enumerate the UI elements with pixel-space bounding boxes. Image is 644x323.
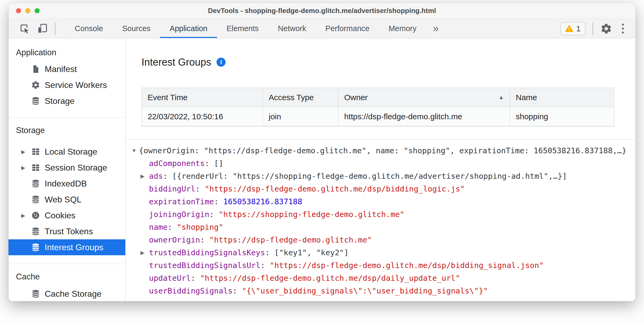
sidebar-item-cache-storage[interactable]: Cache Storage xyxy=(9,286,125,301)
property-key: userBiddingSignals xyxy=(149,286,232,295)
json-tree: ▼{ownerOrigin: "https://dsp-fledge-demo.… xyxy=(126,139,635,301)
property-value: "shopping" xyxy=(177,223,223,232)
database-icon xyxy=(31,243,40,252)
sidebar-item-label: Interest Groups xyxy=(45,243,103,252)
sidebar-item-label: Service Workers xyxy=(45,80,107,90)
gear-icon xyxy=(31,80,40,90)
property-value: [] xyxy=(214,159,223,168)
column-header-owner[interactable]: Owner ▲ xyxy=(338,88,510,107)
tab-memory[interactable]: Memory xyxy=(379,19,426,38)
devtools-window: DevTools - shopping-fledge-demo.glitch.m… xyxy=(9,3,635,301)
issues-badge[interactable]: 1 xyxy=(560,22,585,35)
sidebar-item-label: Cache Storage xyxy=(45,289,101,299)
sidebar-item-label: Local Storage xyxy=(45,147,97,157)
property-key: trustedBiddingSignalsKeys xyxy=(149,248,265,257)
expand-triangle-icon[interactable]: ▶ xyxy=(21,212,31,219)
tree-row[interactable]: trustedBiddingSignalsUrl: "https://dsp-f… xyxy=(126,259,635,272)
property-value: 1650538216.837188 xyxy=(223,197,302,206)
events-table: Event Time Access Type Owner ▲ Name 22/0… xyxy=(142,88,614,126)
property-key: expirationTime xyxy=(149,197,214,206)
tab-console[interactable]: Console xyxy=(65,19,113,38)
device-toolbar-icon[interactable] xyxy=(37,23,48,34)
sidebar-item-web-sql[interactable]: Web SQL xyxy=(9,192,125,207)
sidebar-item-local-storage[interactable]: ▶ Local Storage xyxy=(9,144,125,160)
more-tabs-icon[interactable]: » xyxy=(426,19,446,38)
issues-count: 1 xyxy=(576,24,581,33)
database-icon xyxy=(31,227,40,236)
sidebar-item-session-storage[interactable]: ▶ Session Storage xyxy=(9,160,125,176)
column-header-name[interactable]: Name xyxy=(510,88,614,107)
property-key: updateUrl xyxy=(149,274,191,283)
property-value: "{\"user_bidding_signals\":\"user_biddin… xyxy=(242,286,488,295)
sidebar-item-label: Web SQL xyxy=(45,195,81,205)
content-area: Application Manifest Service Workers xyxy=(9,38,635,301)
tab-sources[interactable]: Sources xyxy=(113,19,160,38)
titlebar: DevTools - shopping-fledge-demo.glitch.m… xyxy=(9,3,635,19)
expand-triangle-icon[interactable]: ▶ xyxy=(21,165,31,171)
toolbar-divider xyxy=(592,22,593,35)
property-value: "https://shopping-fledge-demo.glitch.me" xyxy=(219,210,404,219)
sidebar-item-label: IndexedDB xyxy=(45,179,87,189)
sidebar-item-label: Trust Tokens xyxy=(45,227,93,236)
tree-row[interactable]: expirationTime: 1650538216.837188 xyxy=(126,195,635,208)
expand-triangle-icon[interactable]: ▶ xyxy=(140,246,144,259)
section-title: Cache xyxy=(9,264,125,283)
tree-row[interactable]: biddingUrl: "https://dsp-fledge-demo.gli… xyxy=(126,182,635,195)
cell-name: shopping xyxy=(510,107,614,126)
sidebar-item-trust-tokens[interactable]: Trust Tokens xyxy=(9,223,125,239)
tree-row[interactable]: name: "shopping" xyxy=(126,221,635,233)
tree-row[interactable]: joiningOrigin: "https://shopping-fledge-… xyxy=(126,208,635,221)
sidebar-item-interest-groups[interactable]: Interest Groups xyxy=(9,239,125,255)
property-key: ownerOrigin xyxy=(149,235,200,244)
sidebar-item-cookies[interactable]: ▶ Cookies xyxy=(9,207,125,223)
property-value: "https://dsp-fledge-demo.glitch.me" xyxy=(209,235,372,244)
tree-row[interactable]: ▶trustedBiddingSignalsKeys: ["key1", "ke… xyxy=(126,246,635,259)
panel-tabs: Console Sources Application Elements Net… xyxy=(65,19,426,38)
sidebar-section-cache: Cache Cache Storage xyxy=(9,264,125,301)
tree-row[interactable]: adComponents: [] xyxy=(126,157,635,170)
collapse-triangle-icon[interactable]: ▼ xyxy=(131,144,137,157)
tree-row[interactable]: ▼{ownerOrigin: "https://dsp-fledge-demo.… xyxy=(126,144,635,157)
object-preview: {ownerOrigin: "https://dsp-fledge-demo.g… xyxy=(139,146,626,155)
section-title: Application xyxy=(9,38,125,59)
database-icon xyxy=(31,195,40,204)
inspect-element-icon[interactable] xyxy=(19,23,30,34)
cell-owner: https://dsp-fledge-demo.glitch.me xyxy=(338,107,510,126)
tree-row[interactable]: updateUrl: "https://dsp-fledge-demo.glit… xyxy=(126,272,635,284)
expand-triangle-icon[interactable]: ▶ xyxy=(140,170,144,182)
property-key: biddingUrl xyxy=(149,184,196,193)
tab-elements[interactable]: Elements xyxy=(217,19,268,38)
table-row[interactable]: 22/03/2022, 10:50:16 join https://dsp-fl… xyxy=(142,107,614,126)
sidebar-item-label: Session Storage xyxy=(45,163,107,173)
tab-performance[interactable]: Performance xyxy=(316,19,379,38)
sort-ascending-icon: ▲ xyxy=(498,94,504,100)
tab-application[interactable]: Application xyxy=(160,19,217,38)
property-value: "https://dsp-fledge-demo.glitch.me/dsp/d… xyxy=(200,274,460,283)
column-header-event-time[interactable]: Event Time xyxy=(142,88,263,107)
screenshot-stage: DevTools - shopping-fledge-demo.glitch.m… xyxy=(0,0,644,323)
sidebar-section-storage: Storage ▶ Local Storage ▶ Session Storag… xyxy=(9,118,125,264)
warning-icon xyxy=(565,24,574,33)
info-icon[interactable]: i xyxy=(217,58,226,67)
toolbar-divider xyxy=(55,22,56,35)
more-options-icon[interactable] xyxy=(619,23,626,35)
cell-access-type: join xyxy=(263,107,338,126)
devtools-toolbar: Console Sources Application Elements Net… xyxy=(9,19,635,38)
sidebar-item-indexeddb[interactable]: IndexedDB xyxy=(9,176,125,192)
column-header-access-type[interactable]: Access Type xyxy=(263,88,338,107)
document-icon xyxy=(31,64,40,74)
sidebar-item-manifest[interactable]: Manifest xyxy=(9,61,125,77)
property-value: "https://dsp-fledge-demo.glitch.me/dsp/b… xyxy=(205,184,465,193)
table-header-row: Event Time Access Type Owner ▲ Name xyxy=(142,88,614,107)
tree-row[interactable]: ▶ads: [{renderUrl: "https://shopping-fle… xyxy=(126,170,635,182)
sidebar-item-service-workers[interactable]: Service Workers xyxy=(9,77,125,93)
sidebar-item-storage[interactable]: Storage xyxy=(9,93,125,109)
tree-row[interactable]: userBiddingSignals: "{\"user_bidding_sig… xyxy=(126,284,635,297)
expand-triangle-icon[interactable]: ▶ xyxy=(21,149,31,155)
table-icon xyxy=(31,147,40,156)
tab-network[interactable]: Network xyxy=(268,19,316,38)
section-title: Storage xyxy=(9,118,125,137)
settings-gear-icon[interactable] xyxy=(600,23,612,35)
database-icon xyxy=(31,96,40,106)
tree-row[interactable]: ownerOrigin: "https://dsp-fledge-demo.gl… xyxy=(126,233,635,246)
